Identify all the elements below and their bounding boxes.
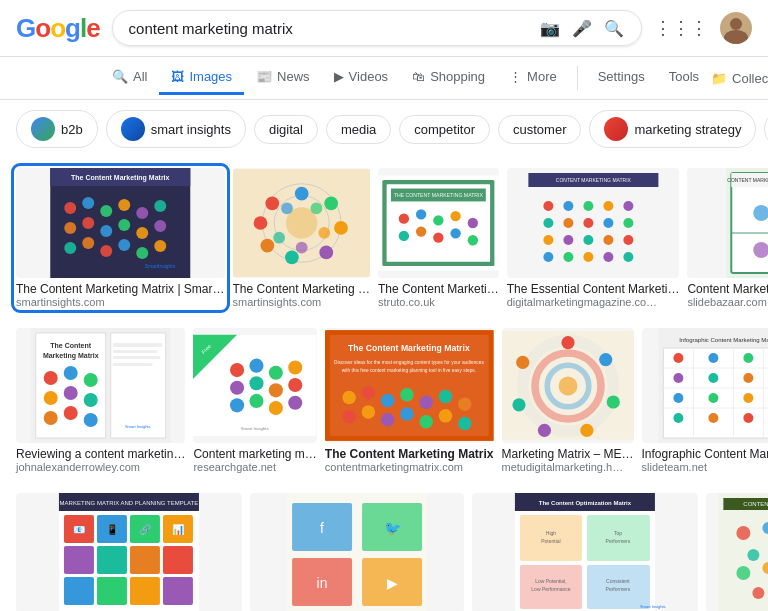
- svg-point-67: [603, 218, 613, 228]
- svg-point-178: [743, 393, 753, 403]
- svg-point-48: [433, 215, 443, 225]
- tab-videos-label: Videos: [349, 69, 389, 84]
- search-icon[interactable]: 🔍: [603, 17, 625, 39]
- svg-point-63: [623, 201, 633, 211]
- image-card-3-1[interactable]: MARKETING MATRIX AND PLANNING TEMPLATE: [16, 493, 242, 611]
- chip-competitor-label: competitor: [414, 122, 475, 137]
- svg-point-103: [84, 393, 98, 407]
- image-card-1-3[interactable]: THE CONTENT MARKETING MATRIX The Content…: [378, 168, 499, 308]
- svg-point-46: [399, 214, 409, 224]
- svg-point-145: [439, 409, 452, 422]
- tab-videos[interactable]: ▶ Videos: [322, 61, 401, 95]
- image-card-1-4[interactable]: CONTENT MARKETING MATRIX: [507, 168, 680, 308]
- svg-point-60: [563, 201, 573, 211]
- svg-text:Low Performance: Low Performance: [531, 586, 570, 592]
- svg-text:🔗: 🔗: [139, 523, 152, 536]
- tab-shopping[interactable]: 🛍 Shopping: [400, 61, 497, 95]
- image-card-2-2[interactable]: Free Smart Insights Conte: [193, 328, 316, 473]
- google-logo[interactable]: Google: [16, 13, 100, 44]
- svg-point-144: [419, 415, 432, 428]
- image-card-3-3[interactable]: The Content Optimization Matrix High Pot…: [472, 493, 698, 611]
- card-2-2-source: researchgate.net: [193, 461, 316, 473]
- card-2-1-source: johnalexanderrowley.com: [16, 461, 185, 473]
- svg-point-34: [260, 239, 274, 253]
- collections-label: Collections: [732, 71, 768, 86]
- tab-images[interactable]: 🖼 Images: [159, 61, 244, 95]
- image-card-3-4[interactable]: CONTENT MARKETING MATRIX: [706, 493, 768, 611]
- search-input[interactable]: [129, 20, 529, 37]
- svg-point-61: [583, 201, 593, 211]
- tab-all[interactable]: 🔍 All: [100, 61, 159, 95]
- svg-point-177: [708, 393, 718, 403]
- svg-point-12: [82, 217, 94, 229]
- card-1-1-source: smartinsights.com: [16, 296, 225, 308]
- svg-point-168: [673, 353, 683, 363]
- nav-tabs: 🔍 All 🖼 Images 📰 News ▶ Videos 🛍 Shoppin…: [0, 57, 768, 100]
- svg-point-182: [743, 413, 753, 423]
- svg-point-19: [100, 245, 112, 257]
- svg-point-30: [324, 197, 338, 211]
- svg-text:🐦: 🐦: [383, 520, 401, 537]
- svg-point-170: [743, 353, 753, 363]
- svg-point-71: [583, 235, 593, 245]
- image-card-1-1[interactable]: The Content Marketing Matrix: [16, 168, 225, 308]
- filter-chip-customer[interactable]: customer: [498, 115, 581, 144]
- svg-point-36: [281, 202, 293, 214]
- camera-icon[interactable]: 📷: [539, 17, 561, 39]
- svg-point-16: [154, 220, 166, 232]
- svg-point-120: [250, 376, 264, 390]
- collections-button[interactable]: 📁 Collections: [711, 71, 768, 86]
- filter-chip-media[interactable]: media: [326, 115, 391, 144]
- card-1-5-source: slidebazaar.com: [687, 296, 768, 308]
- svg-point-35: [253, 216, 267, 230]
- svg-text:Smart Insights: Smart Insights: [125, 424, 151, 429]
- filter-chip-persona[interactable]: persona: [764, 110, 768, 148]
- svg-point-157: [512, 398, 525, 411]
- svg-rect-192: [97, 546, 127, 574]
- svg-text:Top: Top: [614, 530, 622, 536]
- svg-point-11: [64, 222, 76, 234]
- svg-rect-109: [113, 356, 161, 359]
- filter-chip-b2b[interactable]: b2b: [16, 110, 98, 148]
- svg-point-68: [623, 218, 633, 228]
- svg-point-140: [342, 410, 355, 423]
- svg-point-31: [334, 221, 348, 235]
- svg-rect-196: [97, 577, 127, 605]
- filter-chip-competitor[interactable]: competitor: [399, 115, 490, 144]
- microphone-icon[interactable]: 🎤: [571, 17, 593, 39]
- tab-news-label: News: [277, 69, 310, 84]
- settings-tab[interactable]: Settings: [586, 61, 657, 95]
- avatar[interactable]: [720, 12, 752, 44]
- image-card-2-5[interactable]: Infographic Content Marketing Matrix: [642, 328, 768, 473]
- filter-chip-marketing-strategy[interactable]: marketing strategy: [589, 110, 756, 148]
- tools-tab[interactable]: Tools: [657, 61, 711, 95]
- svg-point-115: [230, 363, 244, 377]
- svg-point-20: [118, 239, 130, 251]
- search-bar[interactable]: 📷 🎤 🔍: [112, 10, 642, 46]
- svg-point-52: [416, 226, 426, 236]
- svg-rect-107: [113, 343, 163, 347]
- image-card-1-2[interactable]: The Content Marketing … smartinsights.co…: [233, 168, 370, 308]
- image-card-2-4[interactable]: Marketing Matrix – ME… metudigitalmarket…: [502, 328, 634, 473]
- image-card-3-2[interactable]: f 🐦 in ▶ Content Marketing Matrix PowerP…: [250, 493, 464, 611]
- svg-point-121: [269, 383, 283, 397]
- svg-text:📧: 📧: [73, 523, 86, 536]
- svg-point-73: [623, 235, 633, 245]
- apps-icon[interactable]: ⋮⋮⋮: [654, 17, 708, 39]
- svg-point-37: [310, 202, 322, 214]
- card-2-4-title: Marketing Matrix – ME…: [502, 447, 634, 461]
- svg-rect-194: [163, 546, 193, 574]
- svg-point-105: [64, 406, 78, 420]
- svg-point-126: [289, 396, 303, 410]
- image-card-2-3[interactable]: The Content Marketing Matrix Discover id…: [325, 328, 494, 473]
- tab-more[interactable]: ⋮ More: [497, 61, 569, 95]
- image-card-1-5[interactable]: CONTENT MARKETING MATRIX POWERPOINT TEMP…: [687, 168, 768, 308]
- svg-text:📱: 📱: [106, 523, 119, 536]
- filter-chip-smart-insights[interactable]: smart insights: [106, 110, 246, 148]
- svg-point-51: [399, 231, 409, 241]
- tab-news[interactable]: 📰 News: [244, 61, 322, 95]
- svg-point-236: [747, 549, 759, 561]
- image-card-2-1[interactable]: The Content Marketing Matrix Smart In: [16, 328, 185, 473]
- filter-chip-digital[interactable]: digital: [254, 115, 318, 144]
- videos-icon: ▶: [334, 69, 344, 84]
